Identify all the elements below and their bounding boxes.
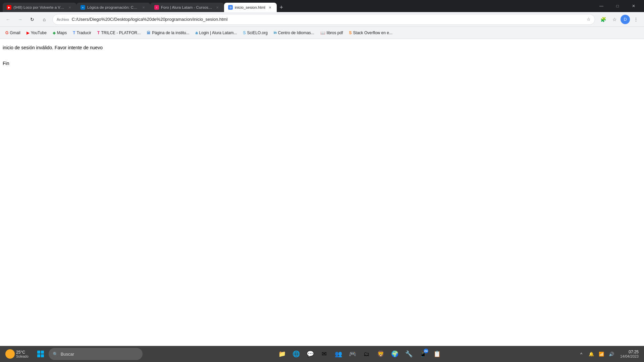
weather-widget[interactable]: 25°C Soleado bbox=[3, 348, 31, 360]
back-button[interactable]: ← bbox=[3, 14, 13, 25]
bookmark-traducir[interactable]: T Traducir bbox=[70, 29, 94, 37]
taskbar-whatsapp[interactable]: 📱 24 bbox=[416, 347, 430, 361]
bookmark-scielo[interactable]: S SciELO.org bbox=[240, 29, 270, 37]
bookmark-youtube-label: YouTube bbox=[31, 31, 47, 35]
weather-text: 25°C Soleado bbox=[16, 350, 29, 358]
navigation-bar: ← → ↻ ⌂ Archivo C:/Users/Diego%20C/Deskt… bbox=[0, 12, 644, 27]
tab-title-active: inicio_sesion.html bbox=[235, 5, 265, 9]
notification-icon[interactable]: 🔔 bbox=[587, 349, 596, 359]
browser-window: ▶ (948) Loco por Volverte a Ver - Y... ✕… bbox=[0, 0, 644, 362]
chrome-icon: 🌐 bbox=[292, 350, 300, 358]
system-clock[interactable]: 07:25 14/04/2023 bbox=[618, 350, 641, 358]
bookmark-login-alura-label: Login | Alura Latam... bbox=[199, 31, 237, 35]
archivo-label: Archivo bbox=[57, 17, 69, 21]
windows-logo-icon bbox=[37, 351, 44, 357]
bookmark-idiomas[interactable]: in Centro de Idiomas... bbox=[271, 29, 317, 37]
volume-icon[interactable]: 🔊 bbox=[607, 349, 616, 359]
bookmark-libros[interactable]: 📖 libros pdf bbox=[318, 29, 346, 37]
home-button[interactable]: ⌂ bbox=[39, 14, 50, 25]
forward-button[interactable]: → bbox=[15, 14, 25, 25]
bookmarks-bar: G Gmail ▶ YouTube ◆ Maps T Traducir T TR… bbox=[0, 27, 644, 39]
libros-favicon: 📖 bbox=[320, 31, 325, 35]
taskbar-teams[interactable]: 👥 bbox=[332, 347, 345, 361]
taskbar-brave[interactable]: 🦁 bbox=[374, 347, 387, 361]
tab-forum[interactable]: f Foro | Alura Latam - Cursos onli... ✕ bbox=[150, 3, 224, 12]
taskbar-app2[interactable]: 📋 bbox=[430, 347, 444, 361]
taskbar-tool[interactable]: 🔧 bbox=[402, 347, 416, 361]
tab-favicon-active: ⚙ bbox=[228, 5, 233, 10]
bookmark-stackoverflow-label: Stack Overflow en e... bbox=[353, 31, 392, 35]
bookmark-maps[interactable]: ◆ Maps bbox=[50, 29, 69, 37]
maximize-button[interactable]: □ bbox=[610, 0, 625, 12]
weather-desc: Soleado bbox=[16, 355, 29, 358]
traducir-favicon: T bbox=[73, 31, 75, 35]
page-content: inicio de sesión inválido. Favor intente… bbox=[0, 39, 644, 362]
bookmark-idiomas-label: Centro de Idiomas... bbox=[278, 31, 314, 35]
taskbar-discord[interactable]: 💬 bbox=[304, 347, 317, 361]
address-bar[interactable]: Archivo C:/Users/Diego%20C/Desktop/logic… bbox=[52, 14, 595, 25]
menu-button[interactable]: ⋮ bbox=[631, 14, 641, 25]
idiomas-favicon: in bbox=[274, 31, 277, 35]
taskbar-right: ^ 🔔 📶 🔊 07:25 14/04/2023 bbox=[577, 349, 641, 359]
star-icon[interactable]: ☆ bbox=[587, 17, 591, 22]
tab-close-alura[interactable]: ✕ bbox=[141, 5, 146, 10]
bookmark-maps-label: Maps bbox=[57, 31, 67, 35]
start-button[interactable] bbox=[34, 347, 47, 361]
whatsapp-badge: 24 bbox=[424, 349, 428, 353]
file-explorer-icon: 📁 bbox=[278, 350, 286, 358]
bookmark-pagina[interactable]: 🏛 Página de la institu... bbox=[144, 29, 192, 37]
tab-close-active[interactable]: ✕ bbox=[267, 5, 273, 10]
tab-alura[interactable]: a Lógica de programación: Conce... ✕ bbox=[76, 3, 150, 12]
tab-active[interactable]: ⚙ inicio_sesion.html ✕ bbox=[224, 3, 277, 12]
app2-icon: 📋 bbox=[433, 350, 441, 358]
bookmark-gmail[interactable]: G Gmail bbox=[3, 29, 23, 37]
gmail-favicon: G bbox=[5, 31, 8, 35]
tab-close-forum[interactable]: ✕ bbox=[215, 5, 220, 10]
youtube-favicon: ▶ bbox=[26, 31, 30, 35]
bookmark-youtube[interactable]: ▶ YouTube bbox=[24, 29, 49, 37]
tab-youtube[interactable]: ▶ (948) Loco por Volverte a Ver - Y... ✕ bbox=[3, 3, 76, 12]
new-tab-button[interactable]: + bbox=[277, 3, 286, 12]
discord-icon: 💬 bbox=[306, 350, 314, 358]
profile-button[interactable]: D bbox=[621, 15, 630, 24]
clock-time: 07:25 bbox=[629, 350, 639, 354]
weather-temp: 25°C bbox=[16, 350, 29, 355]
window-controls: — □ ✕ bbox=[594, 0, 641, 12]
minimize-button[interactable]: — bbox=[594, 0, 609, 12]
tab-strip: ▶ (948) Loco por Volverte a Ver - Y... ✕… bbox=[3, 0, 591, 12]
taskbar-files[interactable]: 🗂 bbox=[360, 347, 373, 361]
bookmark-stackoverflow[interactable]: S Stack Overflow en e... bbox=[346, 29, 395, 37]
taskbar-search[interactable]: 🔍 Buscar bbox=[49, 348, 143, 360]
bookmark-libros-label: libros pdf bbox=[327, 31, 343, 35]
search-icon: 🔍 bbox=[53, 352, 58, 357]
tab-title-youtube: (948) Loco por Volverte a Ver - Y... bbox=[13, 5, 65, 9]
bookmark-trilce-label: TRILCE - PLATFOR... bbox=[101, 31, 141, 35]
extensions-button[interactable]: 🧩 bbox=[598, 14, 608, 25]
bookmark-login-alura[interactable]: a Login | Alura Latam... bbox=[193, 29, 240, 37]
network-icon[interactable]: 📶 bbox=[597, 349, 606, 359]
chevron-up-icon[interactable]: ^ bbox=[577, 349, 586, 359]
taskbar-chrome[interactable]: 🌐 bbox=[289, 347, 303, 361]
taskbar-messenger[interactable]: ✉ bbox=[318, 347, 331, 361]
pagina-favicon: 🏛 bbox=[147, 31, 151, 35]
tab-title-forum: Foro | Alura Latam - Cursos onli... bbox=[161, 5, 213, 9]
brave-icon: 🦁 bbox=[377, 350, 385, 358]
search-placeholder: Buscar bbox=[61, 352, 74, 357]
bookmark-button[interactable]: ☆ bbox=[609, 14, 620, 25]
epic-icon: 🎮 bbox=[348, 350, 357, 358]
trilce-favicon: T bbox=[97, 31, 100, 35]
files-icon: 🗂 bbox=[363, 350, 371, 358]
login-alura-favicon: a bbox=[196, 31, 198, 35]
refresh-button[interactable]: ↻ bbox=[27, 14, 38, 25]
teams-icon: 👥 bbox=[334, 350, 342, 358]
title-bar: ▶ (948) Loco por Volverte a Ver - Y... ✕… bbox=[0, 0, 644, 12]
bookmark-trilce[interactable]: T TRILCE - PLATFOR... bbox=[95, 29, 143, 37]
stackoverflow-favicon: S bbox=[349, 31, 352, 35]
taskbar-file-explorer[interactable]: 📁 bbox=[275, 347, 289, 361]
chrome2-icon: 🌍 bbox=[391, 350, 399, 358]
messenger-icon: ✉ bbox=[320, 350, 328, 358]
close-button[interactable]: ✕ bbox=[626, 0, 641, 12]
taskbar-chrome2[interactable]: 🌍 bbox=[388, 347, 401, 361]
taskbar-epic[interactable]: 🎮 bbox=[346, 347, 359, 361]
tab-close-youtube[interactable]: ✕ bbox=[67, 5, 72, 10]
